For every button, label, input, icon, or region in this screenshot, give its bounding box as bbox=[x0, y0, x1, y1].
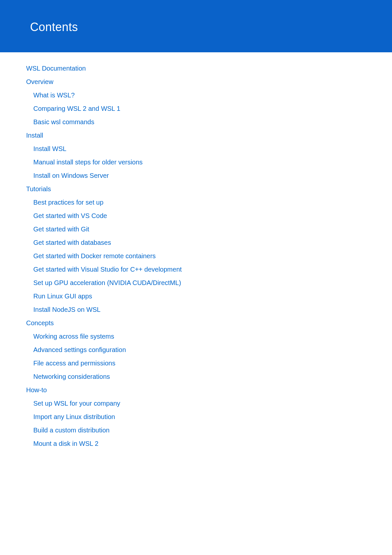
toc-link[interactable]: Tutorials bbox=[26, 185, 366, 193]
toc-link[interactable]: Networking considerations bbox=[33, 372, 366, 381]
toc-link[interactable]: Install bbox=[26, 131, 366, 140]
toc-link[interactable]: Set up WSL for your company bbox=[33, 399, 366, 408]
toc-link[interactable]: Basic wsl commands bbox=[33, 118, 366, 126]
toc-link[interactable]: How-to bbox=[26, 386, 366, 394]
toc-link[interactable]: Set up GPU acceleration (NVIDIA CUDA/Dir… bbox=[33, 278, 366, 287]
toc-link[interactable]: Concepts bbox=[26, 319, 366, 327]
toc-link[interactable]: Mount a disk in WSL 2 bbox=[33, 439, 366, 448]
toc-link[interactable]: Best practices for set up bbox=[33, 198, 366, 207]
toc-container: WSL Documentation Overview What is WSL? … bbox=[0, 52, 392, 462]
header-bar: Contents bbox=[0, 0, 392, 52]
toc-link[interactable]: Overview bbox=[26, 77, 366, 86]
toc-link[interactable]: Get started with Git bbox=[33, 225, 366, 233]
toc-link[interactable]: Get started with databases bbox=[33, 238, 366, 247]
toc-link[interactable]: Working across file systems bbox=[33, 332, 366, 341]
toc-link[interactable]: WSL Documentation bbox=[26, 64, 366, 73]
toc-link[interactable]: File access and permissions bbox=[33, 359, 366, 367]
toc-link[interactable]: What is WSL? bbox=[33, 91, 366, 99]
toc-link[interactable]: Get started with Visual Studio for C++ d… bbox=[33, 265, 366, 274]
toc-link[interactable]: Install WSL bbox=[33, 144, 366, 153]
toc-link[interactable]: Install NodeJS on WSL bbox=[33, 305, 366, 314]
page-title: Contents bbox=[30, 20, 362, 34]
toc-link[interactable]: Get started with Docker remote container… bbox=[33, 252, 366, 260]
toc-link[interactable]: Build a custom distribution bbox=[33, 426, 366, 434]
toc-link[interactable]: Manual install steps for older versions bbox=[33, 158, 366, 166]
toc-link[interactable]: Get started with VS Code bbox=[33, 211, 366, 220]
toc-link[interactable]: Advanced settings configuration bbox=[33, 345, 366, 354]
toc-link[interactable]: Comparing WSL 2 and WSL 1 bbox=[33, 104, 366, 113]
toc-link[interactable]: Run Linux GUI apps bbox=[33, 292, 366, 300]
toc-link[interactable]: Install on Windows Server bbox=[33, 171, 366, 180]
toc-link[interactable]: Import any Linux distribution bbox=[33, 412, 366, 421]
